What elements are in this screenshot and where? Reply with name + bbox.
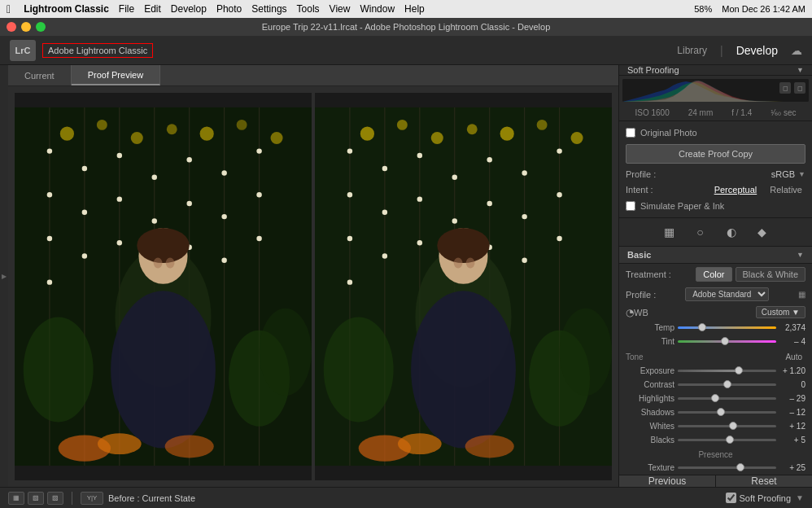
compare-view-icon[interactable]: ▨ [47, 492, 63, 505]
tint-slider-thumb[interactable] [721, 337, 729, 345]
basic-panel-header[interactable]: Basic ▼ [619, 247, 812, 264]
svg-point-39 [137, 228, 189, 263]
treatment-label: Treatment : [626, 269, 671, 279]
profile-select[interactable]: Adobe Standard [685, 287, 769, 301]
bottom-toolbar-right: Soft Proofing ▼ [726, 493, 805, 503]
svg-point-53 [467, 124, 478, 134]
svg-point-7 [271, 132, 283, 144]
blacks-slider-thumb[interactable] [726, 436, 734, 444]
simulate-paper-checkbox[interactable] [626, 201, 635, 211]
aperture: f / 1.4 [731, 108, 752, 117]
treatment-bw-btn[interactable]: Black & White [736, 267, 805, 282]
svg-point-74 [452, 175, 457, 180]
soft-proofing-arrow-icon: ▼ [797, 66, 804, 74]
wb-label: WB [634, 308, 648, 318]
current-photo-svg [15, 93, 312, 480]
menu-view[interactable]: View [330, 3, 351, 15]
intent-row: Intent : Perceptual Relative [626, 182, 805, 198]
treatment-color-btn[interactable]: Color [696, 267, 731, 282]
texture-slider-thumb[interactable] [736, 463, 744, 471]
whites-slider-thumb[interactable] [729, 422, 737, 430]
grid-view-icon[interactable]: ▦ [8, 492, 24, 505]
shadows-slider-track[interactable] [678, 411, 776, 414]
previous-button[interactable]: Previous [619, 475, 716, 487]
highlights-slider-thumb[interactable] [711, 394, 719, 402]
svg-point-69 [382, 210, 387, 215]
profile-value[interactable]: sRGB ▼ [771, 169, 805, 179]
cloud-icon[interactable]: ☁ [791, 44, 802, 57]
menu-edit[interactable]: Edit [144, 3, 161, 15]
original-photo-checkbox[interactable] [626, 128, 635, 138]
wb-custom-text: Custom [762, 308, 789, 317]
before-value: : Current State [137, 493, 195, 503]
exposure-slider-track[interactable] [678, 370, 776, 372]
library-module-btn[interactable]: Library [670, 43, 714, 58]
menu-tools[interactable]: Tools [297, 3, 320, 15]
contrast-slider-thumb[interactable] [723, 380, 731, 388]
tab-current[interactable]: Current [8, 65, 72, 85]
red-eye-tool-icon[interactable]: ◐ [723, 223, 740, 241]
original-photo-row: Original Photo [626, 125, 805, 141]
tint-slider-track[interactable] [678, 340, 776, 343]
temp-slider-thumb[interactable] [698, 323, 706, 331]
intent-relative[interactable]: Relative [766, 184, 805, 195]
grid-icon[interactable]: ▦ [798, 290, 805, 299]
whites-slider-value: + 12 [779, 422, 805, 431]
menu-file[interactable]: File [119, 3, 134, 15]
svg-point-22 [117, 153, 122, 158]
contrast-slider-track[interactable] [678, 383, 776, 386]
camera-info: ISO 1600 24 mm f / 1.4 ¹⁄₆₀ sec [619, 105, 812, 121]
left-panel-toggle[interactable]: ▶ [0, 65, 8, 487]
auto-tone-button[interactable]: Auto [782, 352, 805, 362]
menu-window[interactable]: Window [360, 3, 395, 15]
tab-proof-preview[interactable]: Proof Preview [72, 65, 160, 85]
close-button[interactable] [7, 22, 16, 32]
menu-photo[interactable]: Photo [216, 3, 242, 15]
svg-point-15 [47, 148, 52, 153]
svg-point-31 [221, 170, 226, 175]
svg-point-17 [47, 236, 52, 241]
menu-help[interactable]: Help [404, 3, 425, 15]
minimize-button[interactable] [21, 22, 31, 32]
eyedropper-icon[interactable]: ◔ [626, 307, 634, 318]
svg-point-20 [82, 210, 87, 215]
highlights-slider-track[interactable] [678, 397, 776, 400]
exposure-slider-thumb[interactable] [735, 366, 743, 374]
whites-slider-track[interactable] [678, 425, 776, 427]
crop-tool-icon[interactable]: ▦ [661, 223, 679, 241]
xy-toggle[interactable]: Y|Y [81, 492, 103, 505]
soft-proofing-header[interactable]: Soft Proofing ▼ [619, 65, 812, 76]
catalog-name[interactable]: Adobe Lightroom Classic [42, 43, 153, 58]
menu-settings[interactable]: Settings [251, 3, 286, 15]
highlights-slider-row: Highlights – 29 [619, 392, 812, 405]
texture-slider-track[interactable] [678, 466, 776, 469]
maximize-button[interactable] [36, 22, 46, 32]
contrast-slider-row: Contrast 0 [619, 378, 812, 392]
shadows-slider-thumb[interactable] [717, 408, 725, 416]
svg-point-21 [82, 253, 87, 258]
before-state-label: Before : Current State [108, 493, 195, 503]
lrc-logo: LrC [10, 40, 36, 61]
blacks-slider-track[interactable] [678, 439, 776, 441]
hist-shadow-clip-icon[interactable]: ◻ [779, 82, 791, 94]
soft-proofing-title: Soft Proofing [627, 65, 679, 75]
gradient-tool-icon[interactable]: ◆ [753, 223, 771, 241]
soft-proofing-checkbox[interactable] [726, 493, 736, 503]
filmstrip-arrow-icon[interactable]: ▼ [796, 493, 804, 502]
loupe-view-icon[interactable]: ▧ [28, 492, 44, 505]
heal-tool-icon[interactable]: ○ [692, 223, 709, 241]
wb-custom-value[interactable]: Custom ▼ [756, 306, 805, 318]
soft-proofing-text: Soft Proofing [740, 493, 792, 503]
current-photo-panel [15, 93, 312, 480]
svg-point-32 [221, 214, 226, 219]
menu-develop[interactable]: Develop [171, 3, 207, 15]
soft-proofing-toggle[interactable]: Soft Proofing [726, 493, 792, 503]
svg-point-23 [117, 196, 122, 201]
temp-slider-track[interactable] [678, 326, 776, 329]
create-proof-copy-button[interactable]: Create Proof Copy [626, 144, 805, 164]
svg-point-18 [47, 279, 52, 284]
hist-highlight-clip-icon[interactable]: ◻ [794, 82, 805, 94]
develop-module-btn[interactable]: Develop [730, 42, 784, 59]
intent-perceptual[interactable]: Perceptual [711, 184, 761, 195]
reset-button[interactable]: Reset [716, 475, 812, 487]
